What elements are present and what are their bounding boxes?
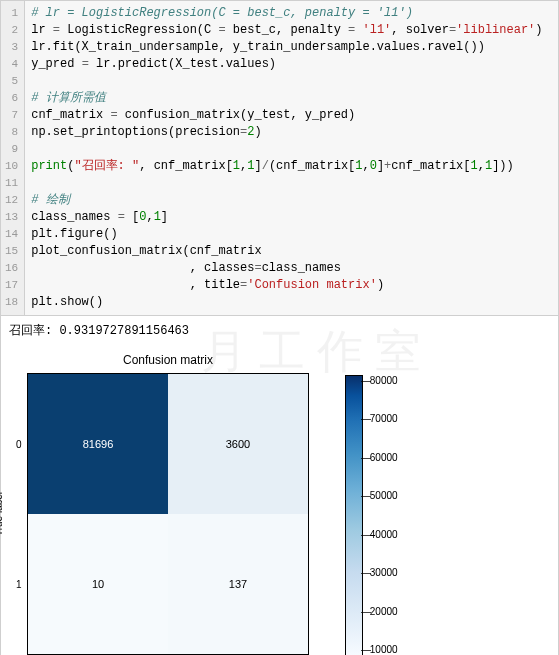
line-number: 1	[5, 5, 18, 22]
line-number: 7	[5, 107, 18, 124]
output-cell: 月工作室 召回率: 0.9319727891156463 Confusion m…	[0, 316, 559, 655]
code-line: print("召回率: ", cnf_matrix[1,1]/(cnf_matr…	[31, 158, 552, 175]
code-line: , title='Confusion matrix')	[31, 277, 552, 294]
line-number: 3	[5, 39, 18, 56]
line-number: 13	[5, 209, 18, 226]
line-number: 14	[5, 226, 18, 243]
code-line: lr.fit(X_train_undersample, y_train_unde…	[31, 39, 552, 56]
colorbar-tick: 20000	[369, 606, 398, 617]
heatmap-cell-0-0: 81696	[28, 374, 168, 514]
confusion-matrix-figure: Confusion matrix 81696 3600 10 137 0 1 0…	[9, 353, 550, 655]
line-number: 8	[5, 124, 18, 141]
y-axis-label: True label	[0, 492, 4, 536]
code-line: np.set_printoptions(precision=2)	[31, 124, 552, 141]
heatmap-grid: 81696 3600 10 137 0 1 0 1 True label	[27, 373, 309, 655]
code-line	[31, 175, 552, 192]
code-cell: 123456789101112131415161718 # lr = Logis…	[0, 0, 559, 316]
line-number: 15	[5, 243, 18, 260]
y-tick-1: 1	[16, 579, 22, 590]
code-line: # lr = LogisticRegression(C = best_c, pe…	[31, 5, 552, 22]
code-line: , classes=class_names	[31, 260, 552, 277]
line-number: 12	[5, 192, 18, 209]
line-number: 11	[5, 175, 18, 192]
recall-output-text: 召回率: 0.9319727891156463	[9, 322, 550, 339]
heatmap-cell-1-0: 10	[28, 514, 168, 654]
colorbar-tick: 80000	[369, 375, 398, 386]
line-number: 10	[5, 158, 18, 175]
line-number: 5	[5, 73, 18, 90]
code-content[interactable]: # lr = LogisticRegression(C = best_c, pe…	[25, 1, 558, 315]
colorbar-tick: 50000	[369, 490, 398, 501]
code-line: plt.figure()	[31, 226, 552, 243]
code-line: # 绘制	[31, 192, 552, 209]
code-line: plt.show()	[31, 294, 552, 311]
colorbar-tick: 60000	[369, 452, 398, 463]
code-line: lr = LogisticRegression(C = best_c, pena…	[31, 22, 552, 39]
code-line: class_names = [0,1]	[31, 209, 552, 226]
heatmap-cell-1-1: 137	[168, 514, 308, 654]
line-number: 16	[5, 260, 18, 277]
colorbar-tick: 40000	[369, 529, 398, 540]
code-line	[31, 73, 552, 90]
code-line: # 计算所需值	[31, 90, 552, 107]
chart-title: Confusion matrix	[27, 353, 309, 367]
colorbar-tick: 70000	[369, 413, 398, 424]
line-number: 6	[5, 90, 18, 107]
colorbar: 8000070000600005000040000300002000010000	[345, 375, 398, 655]
code-line: y_pred = lr.predict(X_test.values)	[31, 56, 552, 73]
line-number-gutter: 123456789101112131415161718	[1, 1, 25, 315]
line-number: 4	[5, 56, 18, 73]
y-tick-0: 0	[16, 439, 22, 450]
code-line	[31, 141, 552, 158]
colorbar-tick: 30000	[369, 567, 398, 578]
heatmap-cell-0-1: 3600	[168, 374, 308, 514]
line-number: 9	[5, 141, 18, 158]
colorbar-tick: 10000	[369, 644, 398, 655]
line-number: 2	[5, 22, 18, 39]
line-number: 17	[5, 277, 18, 294]
code-line: cnf_matrix = confusion_matrix(y_test, y_…	[31, 107, 552, 124]
line-number: 18	[5, 294, 18, 311]
code-line: plot_confusion_matrix(cnf_matrix	[31, 243, 552, 260]
colorbar-ticks: 8000070000600005000040000300002000010000	[369, 375, 398, 655]
